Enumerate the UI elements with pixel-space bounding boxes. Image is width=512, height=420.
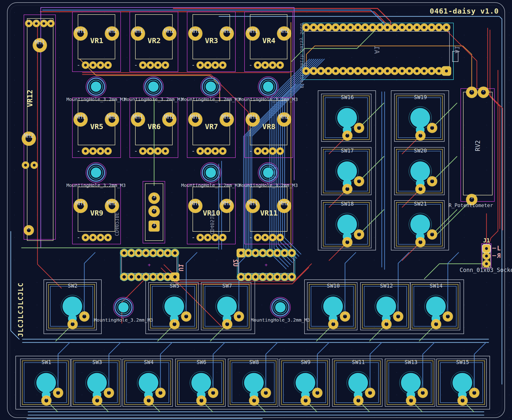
pot-pin-pad[interactable] xyxy=(254,234,261,241)
dip-pin-pad[interactable] xyxy=(274,249,281,256)
pot-pin-pad[interactable] xyxy=(277,234,284,241)
dip-pin-pad[interactable] xyxy=(121,273,128,280)
pot-pin-pad[interactable] xyxy=(197,148,204,155)
pot-pin-pad[interactable] xyxy=(204,234,211,241)
pot-pin-pad[interactable] xyxy=(262,148,269,155)
ic-socket-u2[interactable]: + xyxy=(237,250,296,281)
pot-pin-pad[interactable] xyxy=(82,62,89,69)
dip-pin-pad[interactable] xyxy=(281,273,288,280)
dip-pin-pad[interactable] xyxy=(237,273,245,280)
dip-pin-pad[interactable] xyxy=(164,273,171,280)
dip-pin-pad[interactable] xyxy=(259,249,266,256)
pot-pin-pad[interactable] xyxy=(105,234,111,241)
pot-pin-pad[interactable] xyxy=(162,148,169,155)
dip-pin-pad[interactable] xyxy=(142,273,149,280)
pot-pin-pad[interactable] xyxy=(140,62,146,69)
dip-pin-pad[interactable] xyxy=(288,273,295,280)
potentiometer-vr2[interactable]: MH1MH2VR2- xyxy=(130,11,179,73)
pot-pin-pad[interactable] xyxy=(254,62,261,69)
dip-pin-pad[interactable] xyxy=(128,249,135,256)
pot-pin-pad[interactable] xyxy=(90,62,96,69)
dip-pin-pad[interactable] xyxy=(267,273,274,280)
vr12-pad[interactable] xyxy=(22,162,29,169)
pot-pin-pad[interactable] xyxy=(204,62,211,69)
potentiometer-vr1[interactable]: MH1MH2VR1- xyxy=(72,11,122,73)
pot-pin-pad[interactable] xyxy=(155,148,161,155)
dip-pin-pad[interactable] xyxy=(128,273,135,280)
pot-pin-pad[interactable] xyxy=(90,234,96,241)
dip-pin-pad[interactable] xyxy=(171,273,178,280)
pot-pin-pad[interactable] xyxy=(269,148,276,155)
potentiometer-rv1[interactable]: 321 xyxy=(143,181,166,244)
pot-pin-pad[interactable] xyxy=(197,234,204,241)
potentiometer-vr5[interactable]: MH1MH2VR5- xyxy=(72,98,122,159)
pot-pin-pad[interactable] xyxy=(82,234,89,241)
dip-pin-pad[interactable] xyxy=(252,273,259,280)
potentiometer-vr3[interactable]: MH1MH2VR3- xyxy=(187,11,237,73)
pot-pin-pad[interactable] xyxy=(155,62,161,69)
pot-pin-pad[interactable] xyxy=(197,62,204,69)
potentiometer-vr8[interactable]: MH1MH2VR8- xyxy=(244,98,294,159)
potentiometer-vr11[interactable]: MH1MH2VR11- xyxy=(244,184,294,245)
pcb-editor-canvas[interactable]: MountingHole_3.2mm_M3MountingHole_3.2mm_… xyxy=(0,0,512,420)
mh2-pad-label: MH2 xyxy=(221,113,232,120)
pot-pin-pad[interactable] xyxy=(147,148,154,155)
pot-pin-pad[interactable] xyxy=(140,148,146,155)
dip-pin-pad[interactable] xyxy=(171,249,178,256)
pot-pin-pad[interactable] xyxy=(277,148,284,155)
pot-pin-pad[interactable] xyxy=(97,148,104,155)
pot-pin-pad[interactable] xyxy=(97,234,104,241)
pot-pin-pad[interactable] xyxy=(204,148,211,155)
pot-pin-pad[interactable] xyxy=(147,62,154,69)
pot-pin-pad[interactable] xyxy=(97,62,104,69)
pot-pin-pad[interactable] xyxy=(219,234,226,241)
potentiometer-vr12[interactable]: L1L212MH1MH2L3VR12 xyxy=(24,15,57,240)
dip-pin-pad[interactable] xyxy=(288,249,295,256)
pot-pin-pad[interactable] xyxy=(82,148,89,155)
pot-pin-pad[interactable] xyxy=(105,62,111,69)
pot-reference: VR2 xyxy=(148,36,161,45)
dip-pin-pad[interactable] xyxy=(281,249,288,256)
connector-j1[interactable]: 123 xyxy=(481,243,492,269)
dip-pin-pad[interactable] xyxy=(157,273,164,280)
pot-pin-pad[interactable] xyxy=(105,148,111,155)
pot-pin-pad[interactable] xyxy=(269,234,276,241)
pot-pin-pad[interactable] xyxy=(262,62,269,69)
pot-pin-pad[interactable] xyxy=(212,148,219,155)
dip-pin-pad[interactable] xyxy=(135,273,142,280)
dip-pin-pad[interactable] xyxy=(150,249,157,256)
potentiometer-rv2[interactable]: 123RV2 xyxy=(460,88,496,203)
pot-pin-pad[interactable] xyxy=(254,148,261,155)
pot-pin-pad[interactable] xyxy=(219,62,226,69)
switch-pin1-number: 1 xyxy=(346,239,348,242)
dip-pin-pad[interactable] xyxy=(245,273,252,280)
dip-pin-pad[interactable] xyxy=(150,273,157,280)
potentiometer-vr7[interactable]: MH1MH2VR7- xyxy=(187,98,237,159)
dip-pin-pad[interactable] xyxy=(252,249,259,256)
potentiometer-vr4[interactable]: MH1MH2VR4- xyxy=(244,11,294,73)
daisy-seed-socket-a1[interactable]: 2122232425262728293031323334353637383940… xyxy=(301,21,455,81)
pot-pin-pad[interactable] xyxy=(277,62,284,69)
dip-pin-pad[interactable] xyxy=(237,249,245,256)
switch-reference: SW20 xyxy=(414,148,427,154)
dip-pin-pad[interactable] xyxy=(157,249,164,256)
ic-socket-u1[interactable]: + xyxy=(120,250,179,281)
pot-pin-pad[interactable] xyxy=(90,148,96,155)
vr12-pad[interactable] xyxy=(31,162,38,169)
pot-pin-pad[interactable] xyxy=(269,62,276,69)
dip-pin-pad[interactable] xyxy=(274,273,281,280)
dip-pin-pad[interactable] xyxy=(245,249,252,256)
pot-pin-pad[interactable] xyxy=(212,234,219,241)
dip-pin-pad[interactable] xyxy=(267,249,274,256)
dip-pin-pad[interactable] xyxy=(135,249,142,256)
j1-reference: J1 xyxy=(483,237,490,244)
pot-pin-pad[interactable] xyxy=(219,148,226,155)
dip-pin-pad[interactable] xyxy=(164,249,171,256)
dip-pin-pad[interactable] xyxy=(142,249,149,256)
pot-pin-pad[interactable] xyxy=(162,62,169,69)
pot-pin-pad[interactable] xyxy=(262,234,269,241)
dip-pin-pad[interactable] xyxy=(121,249,128,256)
potentiometer-vr6[interactable]: MH1MH2VR6- xyxy=(130,98,179,159)
dip-pin-pad[interactable] xyxy=(259,273,266,280)
pot-pin-pad[interactable] xyxy=(212,62,219,69)
